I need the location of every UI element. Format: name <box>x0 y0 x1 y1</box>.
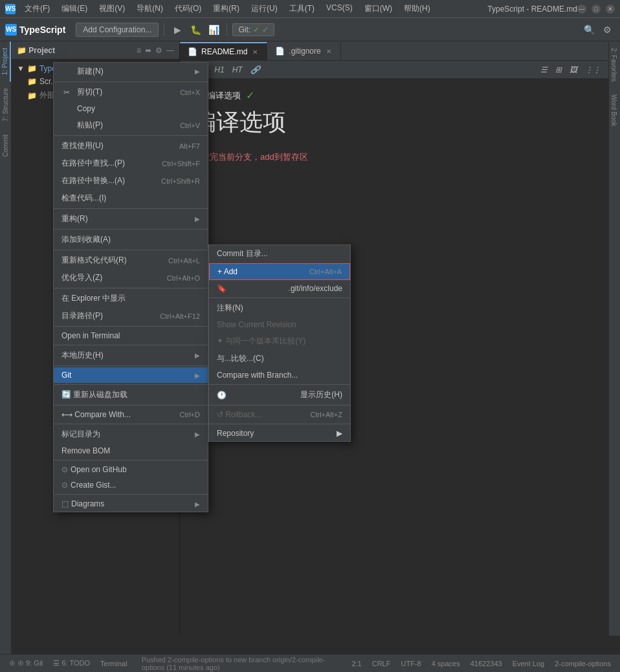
git-sub-sep-2 <box>209 384 350 385</box>
line-ending[interactable]: CRLF <box>368 658 395 669</box>
terminal-status-item[interactable]: Terminal <box>96 658 131 669</box>
ctx-new[interactable]: 新建(N) ▶ <box>54 63 208 80</box>
right-tab-wordbook[interactable]: Word Book <box>609 88 619 133</box>
git-label: Git: <box>238 25 250 34</box>
menu-code[interactable]: 代码(O) <box>170 2 206 16</box>
encoding[interactable]: UTF-8 <box>397 658 425 669</box>
image-button[interactable]: 🖼 <box>567 64 580 76</box>
git-compare-branch[interactable]: Compare with Branch... <box>209 367 350 383</box>
tab-readme[interactable]: 📄 README.md ✕ <box>180 42 267 60</box>
close-button[interactable]: ✕ <box>606 5 615 14</box>
indent[interactable]: 4 spaces <box>428 658 464 669</box>
tab-readme-close[interactable]: ✕ <box>251 49 259 56</box>
menu-tools[interactable]: 工具(T) <box>284 2 320 16</box>
ctx-compare-with[interactable]: ⟷ Compare With... Ctrl+D <box>54 407 208 422</box>
more-button[interactable]: ⋮⋮ <box>582 64 603 76</box>
ctx-find-usages[interactable]: 查找使用(U) Alt+F7 <box>54 137 208 155</box>
sidebar-collapse-icon[interactable]: ⬌ <box>145 46 151 55</box>
search-button[interactable]: 🔍 <box>581 22 597 38</box>
git-show-history[interactable]: 🕐 显示历史(H) <box>209 386 350 404</box>
git-add[interactable]: + Add Ctrl+Alt+A <box>209 263 350 280</box>
sidebar-settings-icon[interactable]: ⚙ <box>155 46 162 55</box>
ctx-open-github[interactable]: ⊙ Open on GitHub <box>54 462 208 477</box>
menu-view[interactable]: 视图(V) <box>94 2 130 16</box>
ctx-replace-in-path[interactable]: 在路径中替换...(A) Ctrl+Shift+R <box>54 172 208 190</box>
ctx-find-in-path[interactable]: 在路径中查找...(P) Ctrl+Shift+F <box>54 155 208 172</box>
tab-gitignore[interactable]: 📄 .gitignore ✕ <box>267 42 340 60</box>
ctx-create-gist[interactable]: ⊙ Create Gist... <box>54 477 208 493</box>
ctx-add-to-favorites[interactable]: 添加到收藏(A) <box>54 231 208 248</box>
main-toolbar: WS TypeScript Add Configuration... ▶ 🐛 📊… <box>0 18 620 41</box>
event-log[interactable]: Event Log <box>509 658 549 669</box>
menu-help[interactable]: 帮助(H) <box>399 2 436 16</box>
coverage-button[interactable]: 📊 <box>206 22 221 38</box>
ctx-local-history[interactable]: 本地历史(H) ▶ <box>54 347 208 364</box>
ctx-open-terminal[interactable]: Open in Terminal <box>54 328 208 343</box>
ctx-inspect-code[interactable]: 检查代码...(I) <box>54 190 208 207</box>
run-button[interactable]: ▶ <box>170 22 185 38</box>
ctx-reformat[interactable]: 重新格式化代码(R) Ctrl+Alt+L <box>54 252 208 269</box>
h1-button[interactable]: H1 <box>212 64 227 76</box>
todo-status-item[interactable]: ☰ 6: TODO <box>49 658 94 669</box>
ctx-cut[interactable]: ✂剪切(T) Ctrl+X <box>54 83 208 101</box>
status-bar-right: 2:1 CRLF UTF-8 4 spaces 41622343 Event L… <box>348 658 615 669</box>
git-commit[interactable]: Commit 目录... <box>209 245 350 263</box>
ctx-remove-bom[interactable]: Remove BOM <box>54 443 208 459</box>
refactor-arrow: ▶ <box>195 215 200 222</box>
ctx-sep-12 <box>54 424 208 424</box>
cursor-position[interactable]: 2:1 <box>348 658 365 669</box>
check-icon: ✓ <box>246 89 254 102</box>
settings-button[interactable]: ⚙ <box>599 22 615 38</box>
menu-vcs[interactable]: VCS(S) <box>321 2 358 16</box>
toolbar-right: 🔍 ⚙ <box>581 22 615 38</box>
ctx-mark-directory[interactable]: 标记目录为 ▶ <box>54 426 208 443</box>
branch-name[interactable]: 2-compile-options <box>551 658 615 669</box>
git-repository[interactable]: Repository ▶ <box>209 426 350 441</box>
ctx-copy[interactable]: Copy <box>54 101 208 116</box>
ctx-optimize-imports[interactable]: 优化导入(Z) Ctrl+Alt+O <box>54 269 208 287</box>
sidebar-menu-icon[interactable]: ≡ <box>137 46 141 55</box>
ctx-show-explorer[interactable]: 在 Explorer 中显示 <box>54 290 208 307</box>
table-button[interactable]: ⊞ <box>553 64 564 76</box>
ctx-paste[interactable]: 粘贴(P) Ctrl+V <box>54 116 208 134</box>
sidebar-tab-commit[interactable]: Commit <box>1 128 10 163</box>
tab-gitignore-close[interactable]: ✕ <box>325 48 333 55</box>
ht-button[interactable]: HT <box>230 64 245 76</box>
debug-button[interactable]: 🐛 <box>188 22 203 38</box>
sidebar-tab-structure[interactable]: 7: Structure <box>1 81 10 128</box>
menu-file[interactable]: 文件(F) <box>19 2 55 16</box>
window-controls: — □ ✕ <box>577 5 615 14</box>
submenu-arrow: ▶ <box>195 68 200 75</box>
menu-navigate[interactable]: 导航(N) <box>131 2 168 16</box>
menu-run[interactable]: 运行(U) <box>246 2 283 16</box>
git-annotate[interactable]: 注释(N) <box>209 299 350 317</box>
menu-edit[interactable]: 编辑(E) <box>56 2 93 16</box>
editor-heading: ## 编译选项 ✓ <box>193 89 595 102</box>
git-exclude[interactable]: 🔖 .git/info/exclude <box>209 281 350 296</box>
maximize-button[interactable]: □ <box>592 5 601 14</box>
link-button[interactable]: 🔗 <box>248 64 263 76</box>
sidebar-close-icon[interactable]: — <box>166 46 174 55</box>
list-button[interactable]: ☰ <box>538 64 550 76</box>
add-configuration-button[interactable]: Add Configuration... <box>76 23 159 37</box>
ctx-diagrams[interactable]: ⬚ Diagrams ▶ <box>54 496 208 512</box>
git-history-icon: 🕐 <box>217 391 227 400</box>
app-logo: WS TypeScript <box>5 24 65 36</box>
git-status-item[interactable]: ♔ ♔ 9: Git <box>5 658 47 669</box>
menu-window[interactable]: 窗口(W) <box>359 2 397 16</box>
right-panel-strip: 2: Favorites Word Book <box>608 41 620 636</box>
menu-refactor[interactable]: 重构(R) <box>208 2 245 16</box>
git-compare-with[interactable]: 与...比较...(C) <box>209 350 350 367</box>
compare-shortcut: Ctrl+D <box>180 411 200 418</box>
sidebar-tab-project[interactable]: 1: Project <box>0 41 11 81</box>
ctx-sep-7 <box>54 326 208 327</box>
git-annotate-label: 注释(N) <box>217 303 243 314</box>
ctx-refactor[interactable]: 重构(R) ▶ <box>54 210 208 228</box>
minimize-button[interactable]: — <box>577 5 586 14</box>
git-checkmark: ✓ <box>253 25 260 34</box>
ctx-directory-path[interactable]: 目录路径(P) Ctrl+Alt+F12 <box>54 307 208 325</box>
qq-info: 41622343 <box>467 658 506 669</box>
right-tab-favorites[interactable]: 2: Favorites <box>609 41 619 88</box>
ctx-reload-from-disk[interactable]: 🔄 重新从磁盘加载 <box>54 386 208 404</box>
ctx-git[interactable]: Git ▶ <box>54 367 208 383</box>
